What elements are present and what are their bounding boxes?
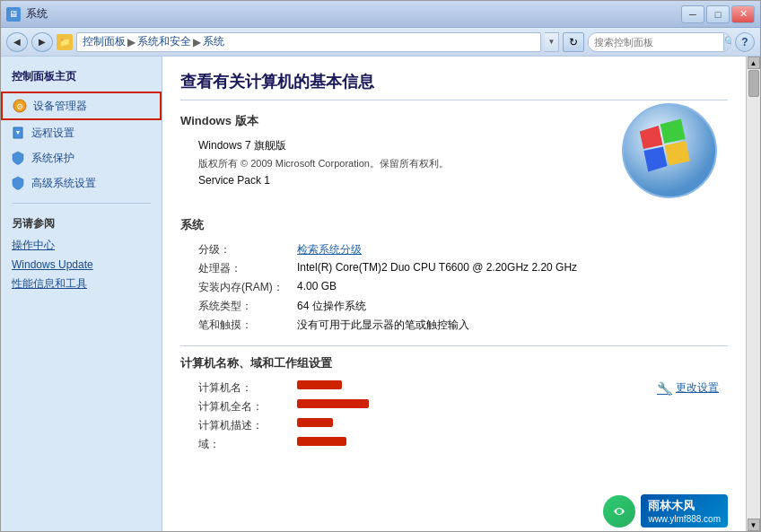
watermark-text-block: 雨林木风 www.ylmf888.com	[641, 494, 728, 528]
title-bar-controls: ─ □ ✕	[681, 5, 755, 23]
refresh-button[interactable]: ↻	[563, 32, 584, 52]
window-title: 系统	[26, 6, 48, 22]
folder-icon: 📁	[57, 34, 73, 50]
content-title: 查看有关计算机的基本信息	[180, 71, 728, 100]
computer-fullname-field-label: 计算机全名：	[198, 399, 297, 414]
system-value-2: 4.00 GB	[297, 280, 337, 292]
scrollbar[interactable]: ▲ ▼	[746, 57, 760, 531]
sidebar-link-performance[interactable]: 性能信息和工具	[1, 274, 162, 294]
change-settings-icon: 🔧	[657, 381, 672, 396]
device-manager-icon: ⚙	[12, 98, 28, 114]
scroll-down-button[interactable]: ▼	[748, 519, 760, 531]
domain-value	[297, 437, 346, 446]
title-bar: 🖥 系统 ─ □ ✕	[1, 1, 760, 28]
path-segment-3[interactable]: 系统	[203, 34, 224, 49]
computer-fullname-value	[297, 399, 369, 408]
system-row-0: 分级： 检索系统分级	[198, 242, 728, 257]
maximize-button[interactable]: □	[706, 5, 730, 23]
system-value-3: 64 位操作系统	[297, 299, 366, 314]
close-button[interactable]: ✕	[731, 5, 755, 23]
help-button[interactable]: ?	[735, 32, 755, 52]
system-row-3: 系统类型： 64 位操作系统	[198, 299, 728, 314]
path-segment-1[interactable]: 控制面板	[83, 34, 126, 49]
system-label-1: 处理器：	[198, 261, 297, 276]
change-settings-container: 🔧 更改设置	[657, 380, 719, 396]
search-box: 🔍	[588, 32, 731, 52]
svg-point-3	[617, 509, 622, 514]
scroll-thumb[interactable]	[748, 70, 759, 97]
sidebar-item-device-manager[interactable]: ⚙ 设备管理器	[1, 92, 162, 120]
title-bar-left: 🖥 系统	[6, 6, 48, 22]
search-button[interactable]: 🔍	[723, 32, 731, 52]
system-label-4: 笔和触摸：	[198, 318, 297, 333]
system-value-4: 没有可用于此显示器的笔或触控输入	[297, 318, 469, 333]
change-settings-link[interactable]: 🔧 更改设置	[657, 380, 719, 396]
windows-logo	[620, 101, 719, 200]
search-input[interactable]	[589, 37, 723, 48]
forward-button[interactable]: ▶	[31, 32, 53, 52]
system-label-0: 分级：	[198, 242, 297, 257]
watermark-line2: www.ylmf888.com	[648, 514, 721, 524]
system-value-0[interactable]: 检索系统分级	[297, 242, 362, 257]
remote-icon	[10, 125, 26, 141]
sidebar-divider	[12, 203, 151, 204]
also-see-label: 另请参阅	[1, 211, 162, 235]
system-row-1: 处理器： Intel(R) Core(TM)2 Duo CPU T6600 @ …	[198, 261, 728, 276]
sidebar-item-advanced[interactable]: 高级系统设置	[1, 170, 162, 196]
sidebar-link-action-center[interactable]: 操作中心	[1, 235, 162, 256]
sidebar-item-label-remote: 远程设置	[31, 126, 74, 141]
system-info-block: 分级： 检索系统分级 处理器： Intel(R) Core(TM)2 Duo C…	[198, 242, 728, 333]
sidebar-item-label-advanced: 高级系统设置	[31, 176, 96, 191]
advanced-icon	[10, 175, 26, 191]
system-row-4: 笔和触摸： 没有可用于此显示器的笔或触控输入	[198, 318, 728, 333]
main-area: 控制面板主页 ⚙ 设备管理器 远程设置	[1, 57, 760, 531]
sidebar-item-protection[interactable]: 系统保护	[1, 145, 162, 170]
sidebar-item-label-protection: 系统保护	[31, 151, 74, 166]
computer-desc-field-label: 计算机描述：	[198, 418, 297, 433]
address-path[interactable]: 控制面板 ▶ 系统和安全 ▶ 系统	[76, 32, 541, 52]
watermark-line1: 雨林木风	[648, 498, 721, 514]
scroll-track[interactable]	[748, 69, 759, 519]
path-dropdown-button[interactable]: ▼	[545, 32, 559, 52]
computer-name-row: 计算机名：	[198, 380, 728, 396]
back-button[interactable]: ◀	[6, 32, 28, 52]
computer-name-value	[297, 380, 342, 389]
change-settings-text: 更改设置	[676, 380, 719, 396]
sidebar-link-windows-update[interactable]: Windows Update	[1, 256, 162, 274]
content-area: 查看有关计算机的基本信息 Windows 版本 Windows 7 旗舰版 版权…	[162, 57, 746, 531]
computer-desc-row: 计算机描述：	[198, 418, 728, 433]
protection-icon	[10, 150, 26, 166]
svg-text:⚙: ⚙	[16, 102, 23, 111]
domain-row: 域：	[198, 437, 728, 452]
scroll-up-button[interactable]: ▲	[748, 57, 760, 69]
windows-edition: Windows 7 旗舰版	[198, 138, 286, 153]
spacer-1	[180, 199, 728, 217]
minimize-button[interactable]: ─	[681, 5, 704, 23]
copyright-text: 版权所有 © 2009 Microsoft Corporation。保留所有权利…	[198, 157, 449, 170]
system-label: 系统	[180, 217, 728, 233]
computer-name-block: 🔧 更改设置 计算机名： 计算机全名： 计算机描述： 域：	[198, 380, 728, 452]
computer-name-label: 计算机名称、域和工作组设置	[180, 355, 728, 371]
computer-name-field-label: 计算机名：	[198, 380, 297, 396]
window-icon: 🖥	[6, 7, 21, 22]
watermark-logo-icon	[603, 495, 635, 528]
sidebar-item-label-device-manager: 设备管理器	[33, 99, 87, 114]
system-row-2: 安装内存(RAM)： 4.00 GB	[198, 280, 728, 295]
section-divider	[180, 345, 728, 346]
domain-field-label: 域：	[198, 437, 297, 452]
path-segment-2[interactable]: 系统和安全	[137, 34, 191, 49]
computer-fullname-row: 计算机全名：	[198, 399, 728, 414]
watermark-container: 雨林木风 www.ylmf888.com	[603, 494, 728, 528]
shield-icon-svg: ⚙	[13, 99, 27, 113]
system-value-1: Intel(R) Core(TM)2 Duo CPU T6600 @ 2.20G…	[297, 261, 577, 274]
computer-desc-value	[297, 418, 333, 427]
address-bar: ◀ ▶ 📁 控制面板 ▶ 系统和安全 ▶ 系统 ▼ ↻ 🔍 ?	[1, 28, 760, 57]
service-pack-text: Service Pack 1	[198, 174, 270, 187]
main-window: 🖥 系统 ─ □ ✕ ◀ ▶ 📁 控制面板 ▶ 系统和安全 ▶ 系统 ▼ ↻ 🔍…	[0, 0, 761, 532]
system-label-2: 安装内存(RAM)：	[198, 280, 297, 295]
system-label-3: 系统类型：	[198, 299, 297, 314]
sidebar-item-remote[interactable]: 远程设置	[1, 120, 162, 145]
sidebar-main-title: 控制面板主页	[1, 65, 162, 92]
sidebar: 控制面板主页 ⚙ 设备管理器 远程设置	[1, 57, 162, 531]
